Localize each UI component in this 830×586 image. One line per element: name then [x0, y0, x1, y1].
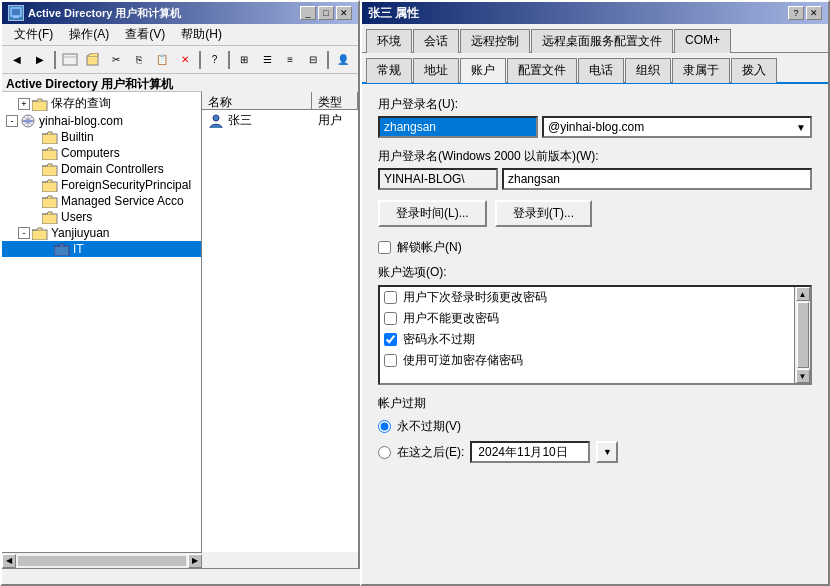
unlock-label: 解锁帐户(N)	[397, 239, 462, 256]
list-panel: 张三 用户	[202, 110, 358, 552]
toolbar-btn1[interactable]	[59, 49, 81, 71]
back-button[interactable]: ◀	[6, 49, 28, 71]
option-checkbox-1[interactable]	[384, 312, 397, 325]
tree-node-builtin[interactable]: Builtin	[2, 129, 201, 145]
toolbar-btn2[interactable]	[82, 49, 104, 71]
option-label-2: 密码永不过期	[403, 331, 475, 348]
col-name[interactable]: 名称	[202, 92, 312, 109]
toolbar-btn10[interactable]: ⊟	[302, 49, 324, 71]
dialog-close-btn[interactable]: ✕	[806, 6, 822, 20]
win2000-domain-input[interactable]	[378, 168, 498, 190]
scroll-down-btn[interactable]: ▼	[796, 369, 810, 383]
list-item-type: 用户	[318, 112, 342, 129]
username-input[interactable]	[378, 116, 538, 138]
tree-label-fsp: ForeignSecurityPrincipal	[61, 178, 191, 192]
radio-never: 永不过期(V)	[378, 418, 812, 435]
win2000-username-input[interactable]	[502, 168, 812, 190]
delete-button[interactable]: ✕	[174, 49, 196, 71]
scroll-left-btn[interactable]: ◀	[2, 554, 16, 568]
svg-rect-7	[42, 150, 57, 160]
folder-icon-users	[42, 210, 58, 224]
tab-profile[interactable]: 配置文件	[507, 58, 577, 83]
tree-node-computers[interactable]: Computers	[2, 145, 201, 161]
tree-node-users[interactable]: Users	[2, 209, 201, 225]
col-type[interactable]: 类型	[312, 92, 358, 109]
tab-rdp-config[interactable]: 远程桌面服务配置文件	[531, 29, 673, 53]
toolbar-btn5[interactable]: 📋	[151, 49, 173, 71]
tree-node-dc[interactable]: Domain Controllers	[2, 161, 201, 177]
forward-button[interactable]: ▶	[29, 49, 51, 71]
options-scrollbar[interactable]: ▲ ▼	[794, 287, 810, 383]
tree-node-domain[interactable]: - yinhai-blog.com	[2, 113, 201, 129]
tree-expand-domain[interactable]: -	[6, 115, 18, 127]
menu-help[interactable]: 帮助(H)	[173, 24, 230, 45]
tab-address[interactable]: 地址	[413, 58, 459, 83]
tree-expand-saved[interactable]: +	[18, 98, 30, 110]
tab-member-of[interactable]: 隶属于	[672, 58, 730, 83]
tab-phone[interactable]: 电话	[578, 58, 624, 83]
maximize-button[interactable]: □	[318, 6, 334, 20]
dialog-content: 用户登录名(U): @yinhai-blog.com ▼ 用户登录名(Windo…	[362, 84, 828, 481]
menu-action[interactable]: 操作(A)	[61, 24, 117, 45]
toolbar-btn7[interactable]: ⊞	[233, 49, 255, 71]
toolbar-btn6[interactable]: ?	[204, 49, 226, 71]
tree-node-yanjiu[interactable]: - Yanjiuyuan	[2, 225, 201, 241]
domain-icon	[20, 114, 36, 128]
tab-org[interactable]: 组织	[625, 58, 671, 83]
status-bar	[2, 568, 362, 584]
option-checkbox-0[interactable]	[384, 291, 397, 304]
tree-node-fsp[interactable]: ForeignSecurityPrincipal	[2, 177, 201, 193]
toolbar-btn8[interactable]: ☰	[256, 49, 278, 71]
tree-node-it[interactable]: IT	[2, 241, 201, 257]
tree-label-dc: Domain Controllers	[61, 162, 164, 176]
toolbar-btn9[interactable]: ≡	[279, 49, 301, 71]
option-label-3: 使用可逆加密存储密码	[403, 352, 523, 369]
radio-after-input[interactable]	[378, 446, 391, 459]
svg-rect-2	[63, 54, 77, 65]
unlock-checkbox[interactable]	[378, 241, 391, 254]
user-icon-zhangsan	[208, 113, 224, 129]
scroll-up-btn[interactable]: ▲	[796, 287, 810, 301]
minimize-button[interactable]: _	[300, 6, 316, 20]
tree-node-msa[interactable]: Managed Service Acco	[2, 193, 201, 209]
login-to-button[interactable]: 登录到(T)...	[495, 200, 592, 227]
username-row: @yinhai-blog.com ▼	[378, 116, 812, 138]
login-time-button[interactable]: 登录时间(L)...	[378, 200, 487, 227]
expire-date-input[interactable]	[470, 441, 590, 463]
tree-node-saved[interactable]: + 保存的查询	[2, 94, 201, 113]
scroll-right-btn[interactable]: ▶	[188, 554, 202, 568]
tab-environment[interactable]: 环境	[366, 29, 412, 53]
tab-session[interactable]: 会话	[413, 29, 459, 53]
menu-file[interactable]: 文件(F)	[6, 24, 61, 45]
toolbar-sep3	[228, 51, 230, 69]
tree-hscroll[interactable]: ◀ ▶	[2, 552, 202, 568]
tree-expand-yanjiu[interactable]: -	[18, 227, 30, 239]
list-item-zhangsan[interactable]: 张三 用户	[202, 110, 358, 131]
tab-com[interactable]: COM+	[674, 29, 731, 53]
tab-general[interactable]: 常规	[366, 58, 412, 83]
toolbar-btn3[interactable]: ✂	[105, 49, 127, 71]
main-title-bar: Active Directory 用户和计算机 _ □ ✕	[2, 2, 358, 24]
menu-view[interactable]: 查看(V)	[117, 24, 173, 45]
tab-remote-control[interactable]: 远程控制	[460, 29, 530, 53]
svg-rect-10	[42, 198, 57, 208]
list-item-name: 张三	[228, 112, 318, 129]
option-checkbox-3[interactable]	[384, 354, 397, 367]
tabs-row2: 常规 地址 账户 配置文件 电话 组织 隶属于 拨入	[362, 53, 828, 84]
radio-never-input[interactable]	[378, 420, 391, 433]
option-checkbox-2[interactable]	[384, 333, 397, 346]
close-button[interactable]: ✕	[336, 6, 352, 20]
tree-label-yanjiu: Yanjiuyuan	[51, 226, 110, 240]
option-label-0: 用户下次登录时须更改密码	[403, 289, 547, 306]
date-picker-btn[interactable]: ▼	[596, 441, 618, 463]
dialog-help-btn[interactable]: ?	[788, 6, 804, 20]
domain-dropdown[interactable]: @yinhai-blog.com ▼	[542, 116, 812, 138]
toolbar-btn4[interactable]: ⎘	[128, 49, 150, 71]
toolbar-btn11[interactable]: 👤	[332, 49, 354, 71]
svg-rect-0	[11, 8, 21, 16]
folder-icon-yanjiu	[32, 226, 48, 240]
tree-header: Active Directory 用户和计算机	[2, 74, 202, 92]
win2000-row	[378, 168, 812, 190]
tab-account[interactable]: 账户	[460, 58, 506, 83]
tab-dialin[interactable]: 拨入	[731, 58, 777, 83]
